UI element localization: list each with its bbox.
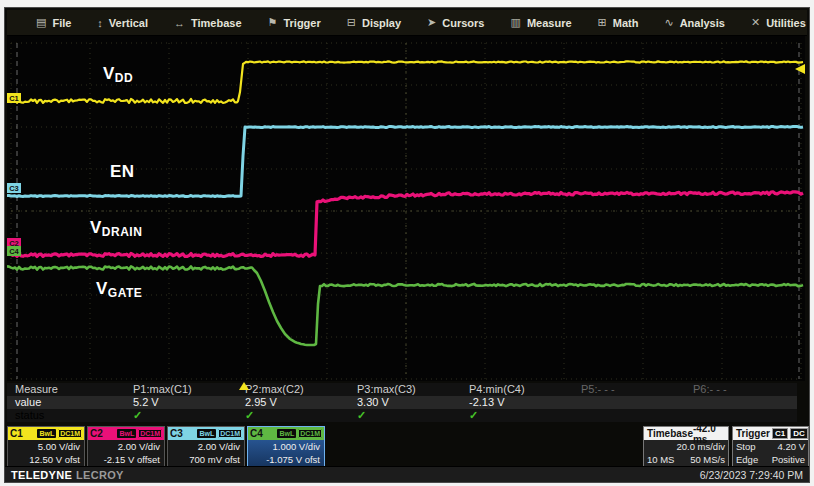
channel-offset: 700 mV ofst	[168, 453, 244, 466]
menu-item-vertical[interactable]: ↕Vertical	[84, 14, 161, 32]
channel-tag-label: C3	[9, 184, 19, 193]
measure-value-p5	[573, 396, 685, 409]
file-icon: ▤	[36, 16, 46, 29]
display-monitor-icon: ⊟	[347, 16, 356, 29]
utilities-tools-icon: ✕	[751, 16, 760, 29]
menu-item-file[interactable]: ▤File	[23, 14, 84, 32]
measure-row-measure: MeasureP1:max(C1)P2:max(C2)P3:max(C3)P4:…	[7, 383, 797, 396]
trigger-time-marker[interactable]	[239, 382, 249, 390]
menu-item-label: Trigger	[283, 17, 320, 29]
timebase-rate: 50 MS/s	[690, 453, 725, 466]
channel-id: C4	[250, 428, 275, 439]
trigger-mode: Stop	[736, 440, 756, 453]
channel-id: C2	[90, 428, 115, 439]
timebase-title: Timebase	[647, 428, 693, 439]
measure-param-p5[interactable]: P5:- - -	[573, 383, 685, 396]
menu-item-label: Analysis	[680, 17, 725, 29]
measure-param-p2[interactable]: P2:max(C2)	[237, 383, 349, 396]
measure-status-p5	[573, 409, 685, 422]
trace-label-v_dd: VDD	[103, 64, 133, 85]
channel-box-c1[interactable]: C1BwLDC1M5.00 V/div12.50 V ofst	[7, 426, 85, 468]
vertical-arrows-icon: ↕	[97, 17, 103, 29]
channel-volts-per-div: 2.00 V/div	[88, 440, 164, 453]
measure-table: MeasureP1:max(C1)P2:max(C2)P3:max(C3)P4:…	[7, 383, 797, 422]
channel-id: C1	[10, 428, 35, 439]
channel-box-c4[interactable]: C4BwLDC1M1.000 V/div-1.075 V ofst	[247, 426, 325, 468]
menu-item-cursors[interactable]: ➤Cursors	[414, 14, 497, 32]
channel-box-c3[interactable]: C3BwLDC1M2.00 V/div700 mV ofst	[167, 426, 245, 468]
trace-label-v_drain: VDRAIN	[90, 218, 142, 239]
bandwidth-limit-badge: BwL	[277, 429, 296, 438]
channel-descriptor-row: C1BwLDC1M5.00 V/div12.50 V ofstC2BwLDC1M…	[7, 426, 325, 468]
channel-tag-label: C1	[9, 94, 19, 103]
menu-item-measure[interactable]: ▥Measure	[498, 14, 585, 32]
timebase-per-div: 20.0 ms/div	[676, 440, 725, 453]
trigger-box[interactable]: Trigger C1 DC Stop 4.20 V Edge Positive	[732, 426, 809, 468]
menu-item-math[interactable]: ⊞Math	[585, 14, 652, 32]
channel-box-c2[interactable]: C2BwLDC1M2.00 V/div-2.15 V offset	[87, 426, 165, 468]
trigger-slope: Positive	[772, 453, 805, 466]
coupling-badge: DC1M	[58, 429, 82, 438]
measure-param-p6[interactable]: P6:- - -	[685, 383, 797, 396]
bandwidth-limit-badge: BwL	[37, 429, 56, 438]
measure-status-p4: ✓	[461, 409, 573, 422]
menu-item-timebase[interactable]: ↔Timebase	[161, 14, 255, 32]
channel-offset: -1.075 V ofst	[248, 453, 324, 466]
menu-item-label: Utilities	[766, 17, 806, 29]
channel-offset: -2.15 V offset	[88, 453, 164, 466]
menu-item-trigger[interactable]: ⚑Trigger	[255, 14, 334, 32]
trigger-level-marker[interactable]	[795, 64, 805, 74]
measure-status-p2: ✓	[237, 409, 349, 422]
analysis-chart-icon: ∿	[664, 16, 673, 29]
calculator-icon: ⊞	[598, 16, 607, 29]
measure-param-p1[interactable]: P1:max(C1)	[125, 383, 237, 396]
waveform-display: C1C3C2C4 VDDENVDRAINVGATE	[7, 36, 805, 381]
menu-item-label: Cursors	[442, 17, 484, 29]
trigger-title: Trigger	[736, 428, 770, 439]
menu-item-analysis[interactable]: ∿Analysis	[651, 14, 737, 32]
menu-item-label: Timebase	[191, 17, 242, 29]
menu-item-label: File	[52, 17, 71, 29]
measure-status-p3: ✓	[349, 409, 461, 422]
trigger-coupling-badge: DC	[790, 428, 808, 439]
brand-teledyne: TELEDYNE	[11, 469, 72, 481]
status-bar: TELEDYNE LECROY 6/23/2023 7:29:40 PM	[5, 466, 809, 482]
coupling-badge: DC1M	[218, 429, 242, 438]
trace-label-v_gate: VGATE	[96, 279, 142, 300]
measure-value-p2: 2.95 V	[237, 396, 349, 409]
channel-id: C3	[170, 428, 195, 439]
measure-param-p4[interactable]: P4:min(C4)	[461, 383, 573, 396]
measure-param-p3[interactable]: P3:max(C3)	[349, 383, 461, 396]
trigger-type: Edge	[736, 453, 758, 466]
measure-row-status: status✓✓✓✓	[7, 409, 797, 422]
menu-bar: ▤File↕Vertical↔Timebase⚑Trigger⊟Display➤…	[7, 10, 807, 36]
timebase-box[interactable]: Timebase -42.0 ms 20.0 ms/div 10 MS 50 M…	[643, 426, 729, 468]
measure-status-p6	[685, 409, 797, 422]
trigger-flag-icon: ⚑	[268, 16, 278, 29]
oscilloscope-screen: ▤File↕Vertical↔Timebase⚑Trigger⊟Display➤…	[4, 7, 810, 483]
measure-row-label: Measure	[7, 383, 125, 396]
coupling-badge: DC1M	[298, 429, 322, 438]
trigger-level: 4.20 V	[778, 440, 805, 453]
menu-item-display[interactable]: ⊟Display	[334, 14, 414, 32]
channel-box-header: C3BwLDC1M	[168, 427, 244, 440]
menu-item-utilities[interactable]: ✕Utilities	[738, 14, 814, 32]
measure-value-p4: -2.13 V	[461, 396, 573, 409]
menu-item-label: Measure	[527, 17, 572, 29]
bandwidth-limit-badge: BwL	[197, 429, 216, 438]
menu-item-label: Math	[613, 17, 639, 29]
menu-item-label: Display	[362, 17, 401, 29]
datetime: 6/23/2023 7:29:40 PM	[700, 469, 803, 481]
channel-box-header: C1BwLDC1M	[8, 427, 84, 440]
channel-volts-per-div: 1.000 V/div	[248, 440, 324, 453]
measure-value-p6	[685, 396, 797, 409]
measure-status-p1: ✓	[125, 409, 237, 422]
horizontal-arrows-icon: ↔	[174, 17, 185, 29]
measure-row-value: value5.2 V2.95 V3.30 V-2.13 V	[7, 396, 797, 409]
channel-offset: 12.50 V ofst	[8, 453, 84, 466]
measure-row-label: value	[7, 396, 125, 409]
measure-value-p1: 5.2 V	[125, 396, 237, 409]
bandwidth-limit-badge: BwL	[117, 429, 136, 438]
channel-volts-per-div: 5.00 V/div	[8, 440, 84, 453]
channel-volts-per-div: 2.00 V/div	[168, 440, 244, 453]
